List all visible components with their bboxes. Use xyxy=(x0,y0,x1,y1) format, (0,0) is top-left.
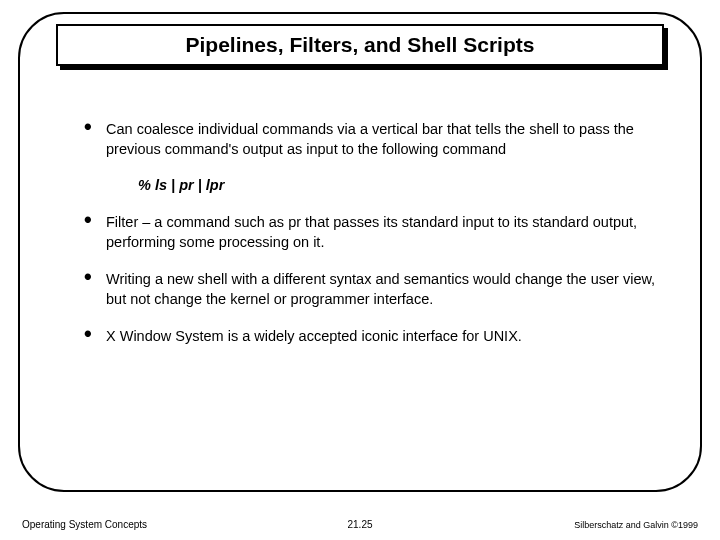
bullet-icon: • xyxy=(84,327,94,341)
bullet-text: X Window System is a widely accepted ico… xyxy=(106,327,522,347)
footer-right: Silberschatz and Galvin ©1999 xyxy=(574,520,698,530)
bullet-text: Writing a new shell with a different syn… xyxy=(106,270,656,309)
bullet-item: • Writing a new shell with a different s… xyxy=(84,270,656,309)
bullet-text: Can coalesce individual commands via a v… xyxy=(106,120,656,159)
footer-center: 21.25 xyxy=(347,519,372,530)
bullet-icon: • xyxy=(84,270,94,284)
footer-left: Operating System Concepts xyxy=(22,519,147,530)
slide-title: Pipelines, Filters, and Shell Scripts xyxy=(186,33,535,57)
bullet-icon: • xyxy=(84,213,94,227)
bullet-item: • X Window System is a widely accepted i… xyxy=(84,327,656,347)
bullet-text: Filter – a command such as pr that passe… xyxy=(106,213,656,252)
title-box: Pipelines, Filters, and Shell Scripts xyxy=(56,24,664,66)
footer: Operating System Concepts 21.25 Silbersc… xyxy=(22,519,698,530)
bullet-item: • Can coalesce individual commands via a… xyxy=(84,120,656,159)
bullet-item: • Filter – a command such as pr that pas… xyxy=(84,213,656,252)
content-area: • Can coalesce individual commands via a… xyxy=(84,120,656,365)
code-example: % ls | pr | lpr xyxy=(138,177,656,193)
bullet-icon: • xyxy=(84,120,94,134)
